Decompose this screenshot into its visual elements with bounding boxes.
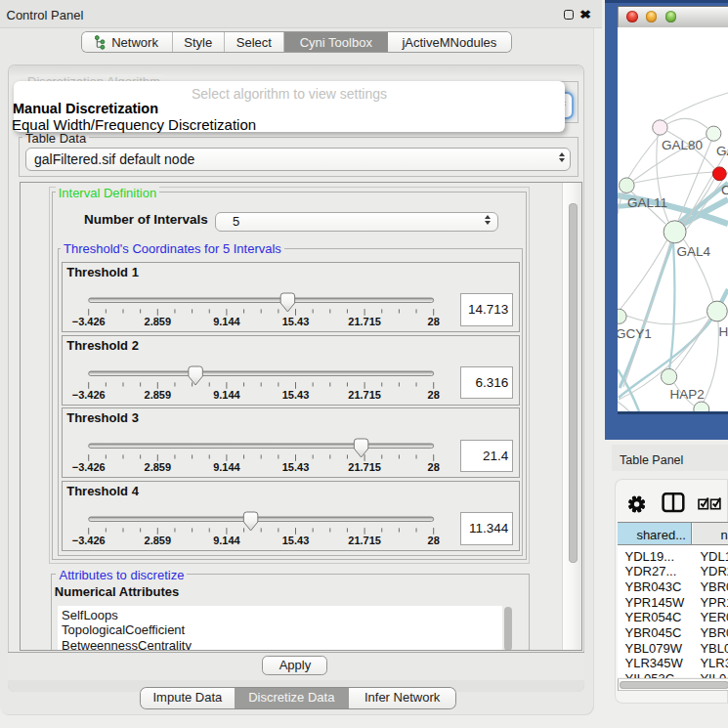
svg-text:GAL80: GAL80	[662, 138, 703, 152]
svg-text:GA: GA	[716, 144, 728, 158]
svg-text:H: H	[719, 323, 728, 338]
svg-text:GCY1: GCY1	[618, 325, 652, 340]
svg-text:GAL4: GAL4	[677, 244, 711, 259]
svg-text:CR: CR	[721, 182, 728, 196]
svg-text:HAP2: HAP2	[670, 386, 705, 401]
svg-text:GAL11: GAL11	[627, 194, 667, 209]
